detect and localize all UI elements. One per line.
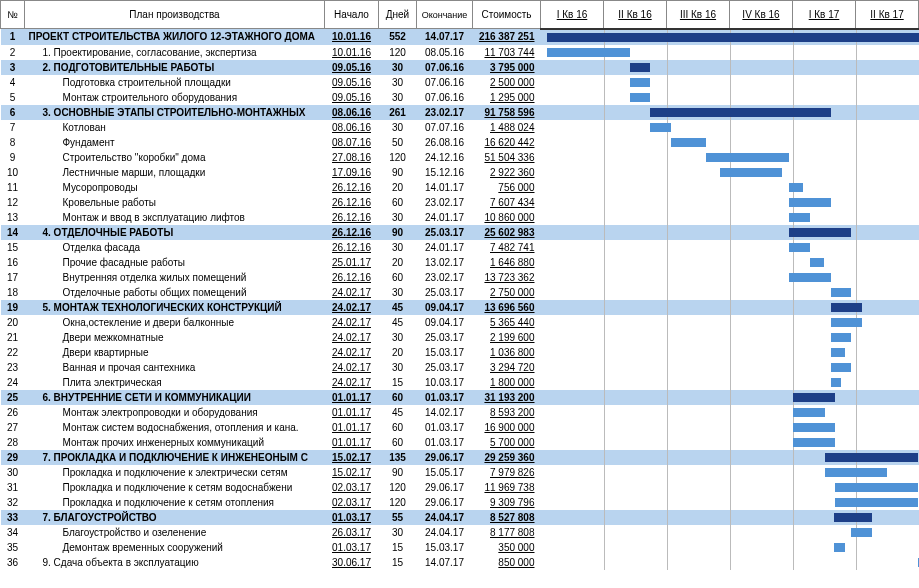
col-header-days: Дней: [379, 1, 417, 29]
col-header-start: Начало: [325, 1, 379, 29]
gantt-cell: [541, 480, 919, 495]
row-number: 9: [1, 150, 25, 165]
task-name: Монтаж и ввод в эксплуатацию лифтов: [25, 210, 325, 225]
cost: 9 309 796: [473, 495, 541, 510]
start-date: 24.02.17: [325, 375, 379, 390]
gantt-cell: [541, 330, 919, 345]
task-name: Плита электрическая: [25, 375, 325, 390]
end-date: 14.02.17: [417, 405, 473, 420]
gantt-cell: [541, 300, 919, 315]
gantt-bar: [831, 303, 862, 312]
duration-days: 30: [379, 75, 417, 90]
duration-days: 15: [379, 540, 417, 555]
start-date: 15.02.17: [325, 465, 379, 480]
row-number: 3: [1, 60, 25, 75]
task-name: 1. Проектирование, согласование, эксперт…: [25, 45, 325, 60]
duration-days: 135: [379, 450, 417, 465]
gantt-bar: [810, 258, 824, 267]
task-name: Фундамент: [25, 135, 325, 150]
cost: 1 036 800: [473, 345, 541, 360]
row-number: 13: [1, 210, 25, 225]
table-row: 11Мусоропроводы26.12.162014.01.17756 000: [1, 180, 919, 195]
gantt-bar: [789, 213, 810, 222]
start-date: 26.03.17: [325, 525, 379, 540]
gantt-cell: [541, 29, 919, 45]
end-date: 24.04.17: [417, 510, 473, 525]
col-header-q1-17: I Кв 17: [793, 1, 856, 29]
end-date: 15.03.17: [417, 540, 473, 555]
task-name: Внутренняя отделка жилых помещений: [25, 270, 325, 285]
gantt-bar: [834, 513, 872, 522]
gantt-cell: [541, 150, 919, 165]
task-name: Прокладка и подключение к электрически с…: [25, 465, 325, 480]
gantt-cell: [541, 375, 919, 390]
duration-days: 552: [379, 29, 417, 45]
duration-days: 20: [379, 345, 417, 360]
gantt-cell: [541, 105, 919, 120]
start-date: 26.12.16: [325, 180, 379, 195]
start-date: 24.02.17: [325, 315, 379, 330]
col-header-q2-17: II Кв 17: [856, 1, 919, 29]
gantt-bar: [831, 288, 852, 297]
cost: 216 387 251: [473, 29, 541, 45]
gantt-bar: [831, 378, 841, 387]
cost: 2 750 000: [473, 285, 541, 300]
cost: 5 365 440: [473, 315, 541, 330]
end-date: 23.02.17: [417, 105, 473, 120]
task-name: Подготовка строительной площадки: [25, 75, 325, 90]
cost: 16 900 000: [473, 420, 541, 435]
row-number: 6: [1, 105, 25, 120]
duration-days: 15: [379, 555, 417, 570]
col-header-cost: Стоимость: [473, 1, 541, 29]
duration-days: 30: [379, 210, 417, 225]
row-number: 15: [1, 240, 25, 255]
end-date: 26.08.16: [417, 135, 473, 150]
start-date: 24.02.17: [325, 360, 379, 375]
gantt-cell: [541, 120, 919, 135]
start-date: 10.01.16: [325, 29, 379, 45]
end-date: 10.03.17: [417, 375, 473, 390]
duration-days: 30: [379, 90, 417, 105]
duration-days: 55: [379, 510, 417, 525]
gantt-bar: [789, 243, 810, 252]
gantt-cell: [541, 75, 919, 90]
row-number: 21: [1, 330, 25, 345]
task-name: Двери межкомнатные: [25, 330, 325, 345]
gantt-bar: [547, 33, 919, 42]
gantt-cell: [541, 420, 919, 435]
gantt-bar: [650, 123, 671, 132]
gantt-cell: [541, 165, 919, 180]
task-name: Лестничные марши, площадки: [25, 165, 325, 180]
cost: 11 703 744: [473, 45, 541, 60]
task-name: 4. ОТДЕЛОЧНЫЕ РАБОТЫ: [25, 225, 325, 240]
start-date: 17.09.16: [325, 165, 379, 180]
task-name: 9. Сдача объекта в эксплуатацию: [25, 555, 325, 570]
cost: 31 193 200: [473, 390, 541, 405]
row-number: 17: [1, 270, 25, 285]
task-name: Прокладка и подключение к сетям водоснаб…: [25, 480, 325, 495]
col-header-plan: План производства: [25, 1, 325, 29]
end-date: 07.06.16: [417, 90, 473, 105]
production-plan-table: № План производства Начало Дней Окончани…: [0, 0, 919, 570]
gantt-bar: [831, 348, 845, 357]
end-date: 24.04.17: [417, 525, 473, 540]
end-date: 09.04.17: [417, 300, 473, 315]
task-name: Демонтаж временных сооружений: [25, 540, 325, 555]
row-number: 12: [1, 195, 25, 210]
gantt-cell: [541, 225, 919, 240]
gantt-cell: [541, 510, 919, 525]
gantt-cell: [541, 315, 919, 330]
start-date: 24.02.17: [325, 285, 379, 300]
task-name: Прочие фасадные работы: [25, 255, 325, 270]
end-date: 01.03.17: [417, 420, 473, 435]
row-number: 33: [1, 510, 25, 525]
duration-days: 45: [379, 405, 417, 420]
start-date: 02.03.17: [325, 495, 379, 510]
row-number: 18: [1, 285, 25, 300]
row-number: 28: [1, 435, 25, 450]
header-row: № План производства Начало Дней Окончани…: [1, 1, 919, 29]
start-date: 26.12.16: [325, 270, 379, 285]
task-name: Монтаж прочих инженерных коммуникаций: [25, 435, 325, 450]
task-name: Мусоропроводы: [25, 180, 325, 195]
cost: 29 259 360: [473, 450, 541, 465]
